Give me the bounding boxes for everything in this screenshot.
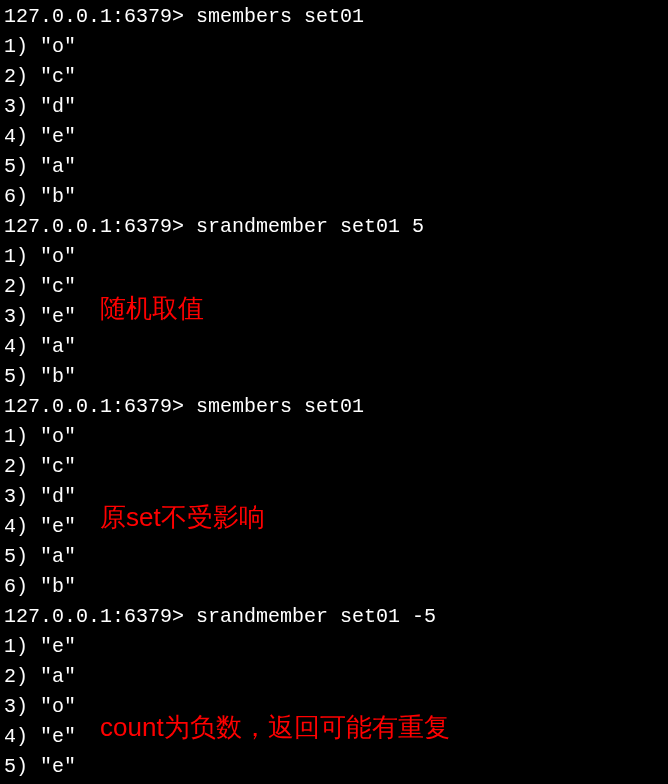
terminal-line-result: 1) "e" [4,632,664,662]
terminal-line-result: 2) "a" [4,662,664,692]
terminal-line-result: 6) "b" [4,572,664,602]
terminal-line-result: 6) "b" [4,182,664,212]
terminal-line-result: 5) "a" [4,152,664,182]
annotation-set-unchanged: 原set不受影响 [100,502,265,532]
terminal-line-prompt: 127.0.0.1:6379> smembers set01 [4,2,664,32]
terminal-line-result: 5) "b" [4,362,664,392]
annotation-negative-count: count为负数，返回可能有重复 [100,712,450,742]
terminal-line-result: 1) "o" [4,242,664,272]
terminal-output: 127.0.0.1:6379> smembers set01 1) "o" 2)… [4,2,664,782]
terminal-line-result: 5) "e" [4,752,664,782]
terminal-line-result: 4) "a" [4,332,664,362]
terminal-line-prompt: 127.0.0.1:6379> srandmember set01 -5 [4,602,664,632]
terminal-line-result: 2) "c" [4,62,664,92]
terminal-line-result: 1) "o" [4,32,664,62]
annotation-random-value: 随机取值 [100,293,204,323]
terminal-line-result: 3) "d" [4,92,664,122]
terminal-line-prompt: 127.0.0.1:6379> smembers set01 [4,392,664,422]
terminal-line-prompt: 127.0.0.1:6379> srandmember set01 5 [4,212,664,242]
terminal-line-result: 5) "a" [4,542,664,572]
terminal-line-result: 1) "o" [4,422,664,452]
terminal-line-result: 2) "c" [4,452,664,482]
terminal-line-result: 4) "e" [4,122,664,152]
